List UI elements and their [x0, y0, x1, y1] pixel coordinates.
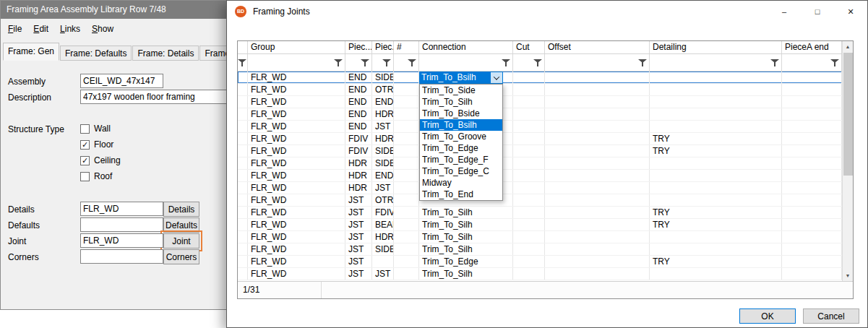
filter-connection[interactable]	[419, 54, 513, 71]
cell-cut[interactable]	[513, 157, 545, 169]
joint-button[interactable]: Joint	[163, 233, 199, 249]
cell-detailing[interactable]	[650, 157, 782, 169]
row-selector-cell[interactable]	[238, 133, 248, 144]
cell-group[interactable]: FLR_WD	[248, 108, 345, 120]
cell-offset[interactable]	[545, 108, 650, 120]
cell-group[interactable]: FLR_WD	[248, 121, 345, 132]
cell-offset[interactable]	[545, 207, 650, 218]
tab-frame-gen[interactable]: Frame: Gen	[3, 43, 59, 61]
checkbox-roof[interactable]: Roof	[80, 171, 112, 182]
cell-cut[interactable]	[513, 108, 545, 120]
cell-piece-a[interactable]: HDR	[345, 182, 372, 194]
table-row[interactable]: FLR_WDENDOTRM	[238, 84, 842, 96]
header-cut[interactable]: Cut	[513, 41, 545, 53]
cell-detailing[interactable]	[650, 170, 782, 181]
corners-button[interactable]: Corners	[163, 249, 199, 264]
maximize-button[interactable]: □	[801, 1, 834, 22]
cell-connection[interactable]: Trim_To_Silh	[419, 268, 513, 280]
cell-piece-b[interactable]: OTRM	[372, 84, 394, 95]
cell-offset[interactable]	[545, 243, 650, 255]
filter-detailing[interactable]	[650, 54, 782, 71]
cell-piece-a[interactable]: JST	[345, 268, 372, 280]
cell-detailing[interactable]: TRY	[650, 207, 782, 218]
cell-cut[interactable]	[513, 243, 545, 255]
cell-piecea-end[interactable]	[782, 256, 842, 267]
cell-detailing[interactable]	[650, 182, 782, 194]
row-selector-cell[interactable]	[238, 243, 248, 255]
table-row[interactable]: FLR_WDJSTJSTTrim_To_Silh	[238, 268, 842, 280]
header-offset[interactable]: Offset	[545, 41, 650, 53]
menu-item-edit[interactable]: Edit	[27, 24, 54, 34]
cell-number[interactable]	[394, 84, 419, 95]
cell-connection[interactable]: Trim_To_Bsilh	[419, 72, 513, 83]
table-row[interactable]: FLR_WDJSTBEAMTrim_To_SilhTRY	[238, 219, 842, 231]
filter-group[interactable]	[248, 54, 345, 71]
checkbox-wall[interactable]: Wall	[80, 123, 111, 134]
cell-cut[interactable]	[513, 207, 545, 218]
cell-detailing[interactable]	[650, 231, 782, 243]
table-row[interactable]: FLR_WDJSTHDRTrim_To_Silh	[238, 231, 842, 243]
tab-frame-defaults[interactable]: Frame: Defaults	[60, 46, 132, 61]
cell-cut[interactable]	[513, 194, 545, 206]
filter-funnel-icon[interactable]	[638, 59, 647, 66]
cell-connection[interactable]: Trim_To_Silh	[419, 231, 513, 243]
filter-funnel-icon[interactable]	[382, 59, 391, 66]
filter-cut[interactable]	[513, 54, 545, 71]
filter-piece-a[interactable]	[345, 54, 372, 71]
cell-detailing[interactable]	[650, 194, 782, 206]
row-selector-cell[interactable]	[238, 145, 248, 157]
scroll-down-icon[interactable]: ▼	[843, 270, 853, 281]
cell-number[interactable]	[394, 194, 419, 206]
cell-piece-b[interactable]: HDR	[372, 108, 394, 120]
menu-item-show[interactable]: Show	[86, 24, 119, 34]
checkbox-floor[interactable]: ✓Floor	[80, 139, 113, 150]
tab-frame-details[interactable]: Frame: Details	[132, 46, 199, 61]
cell-piece-b[interactable]: SIDE	[372, 72, 394, 83]
cell-group[interactable]: FLR_WD	[248, 256, 345, 267]
cell-number[interactable]	[394, 157, 419, 169]
filter-piece-b[interactable]	[372, 54, 394, 71]
assembly-input[interactable]	[80, 74, 163, 88]
filter-funnel-icon[interactable]	[533, 59, 542, 66]
cell-connection[interactable]: Trim_To_Edge	[419, 256, 513, 267]
row-selector-cell[interactable]	[238, 170, 248, 181]
cell-number[interactable]	[394, 72, 419, 83]
dropdown-option[interactable]: Trim_To_End	[420, 189, 502, 200]
cell-offset[interactable]	[545, 231, 650, 243]
dropdown-option[interactable]: Trim_To_Groove	[420, 131, 502, 142]
cell-cut[interactable]	[513, 121, 545, 132]
cell-piece-b[interactable]	[372, 256, 394, 267]
row-selector-cell[interactable]	[238, 194, 248, 206]
table-row[interactable]: FLR_WDENDJST	[238, 121, 842, 133]
cell-group[interactable]: FLR_WD	[248, 84, 345, 95]
cell-piece-b[interactable]: SIDE	[372, 243, 394, 255]
row-selector-cell[interactable]	[238, 108, 248, 120]
cell-number[interactable]	[394, 145, 419, 157]
header-number[interactable]: #	[394, 41, 419, 53]
table-row[interactable]: FLR_WDFDIVSIDETRY	[238, 145, 842, 157]
cell-group[interactable]: FLR_WD	[248, 170, 345, 181]
table-row[interactable]: FLR_WDFDIVHDRTRY	[238, 133, 842, 145]
cell-piece-a[interactable]: JST	[345, 256, 372, 267]
cell-piece-b[interactable]: JST	[372, 182, 394, 194]
cell-group[interactable]: FLR_WD	[248, 243, 345, 255]
cell-piecea-end[interactable]	[782, 145, 842, 157]
cell-offset[interactable]	[545, 145, 650, 157]
row-selector-cell[interactable]	[238, 268, 248, 280]
cell-offset[interactable]	[545, 170, 650, 181]
cell-piece-b[interactable]: SIDE	[372, 145, 394, 157]
filter-funnel-icon[interactable]	[408, 59, 416, 66]
dropdown-option[interactable]: Midway	[420, 177, 502, 189]
cell-piece-a[interactable]: END	[345, 72, 372, 83]
defaults-input[interactable]	[80, 217, 163, 232]
cell-cut[interactable]	[513, 145, 545, 157]
cell-cut[interactable]	[513, 84, 545, 95]
cell-piecea-end[interactable]	[782, 243, 842, 255]
cell-piecea-end[interactable]	[782, 194, 842, 206]
cell-piece-a[interactable]: HDR	[345, 157, 372, 169]
cell-piece-a[interactable]: FDIV	[345, 133, 372, 144]
filter-funnel-icon[interactable]	[830, 59, 839, 66]
cell-number[interactable]	[394, 243, 419, 255]
connection-combobox[interactable]: Trim_To_Bsilh	[419, 72, 503, 84]
row-selector-cell[interactable]	[238, 84, 248, 95]
